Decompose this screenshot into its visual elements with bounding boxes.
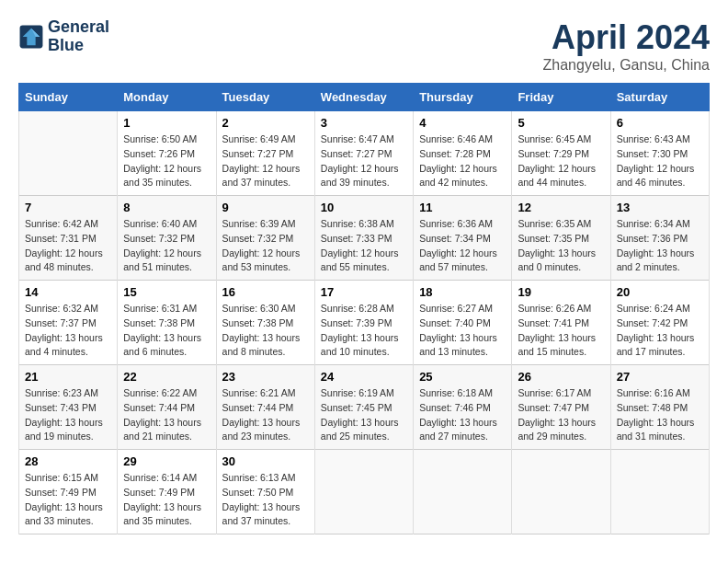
day-number: 9	[222, 201, 309, 214]
day-info: Sunrise: 6:16 AMSunset: 7:48 PMDaylight:…	[617, 386, 703, 444]
day-number: 8	[123, 201, 210, 214]
day-number: 4	[419, 116, 506, 130]
day-number: 6	[617, 116, 703, 130]
day-number: 5	[518, 116, 604, 130]
day-info: Sunrise: 6:31 AMSunset: 7:38 PMDaylight:…	[123, 302, 210, 360]
day-info: Sunrise: 6:26 AMSunset: 7:41 PMDaylight:…	[518, 302, 604, 360]
day-info: Sunrise: 6:50 AMSunset: 7:26 PMDaylight:…	[123, 132, 210, 190]
day-info: Sunrise: 6:46 AMSunset: 7:28 PMDaylight:…	[419, 132, 506, 190]
logo-text: General Blue	[48, 18, 109, 55]
calendar-cell: 11Sunrise: 6:36 AMSunset: 7:34 PMDayligh…	[414, 196, 512, 281]
calendar-cell: 12Sunrise: 6:35 AMSunset: 7:35 PMDayligh…	[512, 196, 610, 281]
calendar-cell: 10Sunrise: 6:38 AMSunset: 7:33 PMDayligh…	[314, 196, 413, 281]
day-number: 26	[518, 370, 604, 384]
day-info: Sunrise: 6:18 AMSunset: 7:46 PMDaylight:…	[419, 386, 506, 444]
calendar-cell: 25Sunrise: 6:18 AMSunset: 7:46 PMDayligh…	[414, 365, 512, 450]
day-info: Sunrise: 6:21 AMSunset: 7:44 PMDaylight:…	[222, 386, 309, 444]
day-number: 3	[321, 116, 407, 130]
calendar-cell: 21Sunrise: 6:23 AMSunset: 7:43 PMDayligh…	[19, 365, 118, 450]
day-info: Sunrise: 6:13 AMSunset: 7:50 PMDaylight:…	[222, 471, 309, 529]
day-info: Sunrise: 6:32 AMSunset: 7:37 PMDaylight:…	[25, 302, 111, 360]
day-number: 27	[617, 370, 703, 384]
calendar-cell: 4Sunrise: 6:46 AMSunset: 7:28 PMDaylight…	[414, 111, 512, 196]
day-number: 12	[518, 201, 604, 214]
calendar-cell: 16Sunrise: 6:30 AMSunset: 7:38 PMDayligh…	[216, 281, 314, 365]
calendar-cell: 27Sunrise: 6:16 AMSunset: 7:48 PMDayligh…	[610, 365, 709, 450]
day-info: Sunrise: 6:30 AMSunset: 7:38 PMDaylight:…	[222, 302, 309, 360]
day-number: 22	[123, 370, 210, 384]
day-info: Sunrise: 6:38 AMSunset: 7:33 PMDaylight:…	[321, 217, 407, 275]
day-number: 14	[25, 285, 111, 299]
calendar-cell: 29Sunrise: 6:14 AMSunset: 7:49 PMDayligh…	[118, 450, 216, 534]
day-info: Sunrise: 6:40 AMSunset: 7:32 PMDaylight:…	[123, 217, 210, 275]
weekday-header: Thursday	[414, 84, 512, 111]
day-number: 23	[222, 370, 309, 384]
calendar-cell: 19Sunrise: 6:26 AMSunset: 7:41 PMDayligh…	[512, 281, 610, 365]
calendar-week-row: 1Sunrise: 6:50 AMSunset: 7:26 PMDaylight…	[19, 111, 710, 196]
calendar-cell: 23Sunrise: 6:21 AMSunset: 7:44 PMDayligh…	[216, 365, 314, 450]
weekday-header: Monday	[118, 84, 216, 111]
day-info: Sunrise: 6:17 AMSunset: 7:47 PMDaylight:…	[518, 386, 604, 444]
day-number: 20	[617, 285, 703, 299]
calendar-header-row: SundayMondayTuesdayWednesdayThursdayFrid…	[19, 84, 710, 111]
weekday-header: Saturday	[610, 84, 709, 111]
day-info: Sunrise: 6:19 AMSunset: 7:45 PMDaylight:…	[321, 386, 407, 444]
day-number: 16	[222, 285, 309, 299]
day-info: Sunrise: 6:36 AMSunset: 7:34 PMDaylight:…	[419, 217, 506, 275]
main-title: April 2024	[543, 18, 710, 57]
logo: General Blue	[18, 18, 109, 55]
calendar-cell: 28Sunrise: 6:15 AMSunset: 7:49 PMDayligh…	[19, 450, 118, 534]
calendar-cell: 5Sunrise: 6:45 AMSunset: 7:29 PMDaylight…	[512, 111, 610, 196]
calendar-cell: 6Sunrise: 6:43 AMSunset: 7:30 PMDaylight…	[610, 111, 709, 196]
calendar-cell: 8Sunrise: 6:40 AMSunset: 7:32 PMDaylight…	[118, 196, 216, 281]
day-number: 10	[321, 201, 407, 214]
day-info: Sunrise: 6:28 AMSunset: 7:39 PMDaylight:…	[321, 302, 407, 360]
day-info: Sunrise: 6:34 AMSunset: 7:36 PMDaylight:…	[617, 217, 703, 275]
day-info: Sunrise: 6:43 AMSunset: 7:30 PMDaylight:…	[617, 132, 703, 190]
day-number: 25	[419, 370, 506, 384]
calendar-cell: 22Sunrise: 6:22 AMSunset: 7:44 PMDayligh…	[118, 365, 216, 450]
calendar-cell: 20Sunrise: 6:24 AMSunset: 7:42 PMDayligh…	[610, 281, 709, 365]
weekday-header: Wednesday	[314, 84, 413, 111]
weekday-header: Friday	[512, 84, 610, 111]
day-info: Sunrise: 6:15 AMSunset: 7:49 PMDaylight:…	[25, 471, 111, 529]
day-info: Sunrise: 6:42 AMSunset: 7:31 PMDaylight:…	[25, 217, 111, 275]
calendar-cell: 17Sunrise: 6:28 AMSunset: 7:39 PMDayligh…	[314, 281, 413, 365]
sub-title: Zhangyelu, Gansu, China	[543, 57, 710, 74]
calendar-week-row: 28Sunrise: 6:15 AMSunset: 7:49 PMDayligh…	[19, 450, 710, 534]
calendar-cell: 9Sunrise: 6:39 AMSunset: 7:32 PMDaylight…	[216, 196, 314, 281]
day-info: Sunrise: 6:14 AMSunset: 7:49 PMDaylight:…	[123, 471, 210, 529]
day-info: Sunrise: 6:23 AMSunset: 7:43 PMDaylight:…	[25, 386, 111, 444]
day-number: 11	[419, 201, 506, 214]
day-info: Sunrise: 6:39 AMSunset: 7:32 PMDaylight:…	[222, 217, 309, 275]
title-block: April 2024 Zhangyelu, Gansu, China	[543, 18, 710, 74]
logo-icon	[18, 24, 44, 50]
calendar-cell	[314, 450, 413, 534]
calendar-week-row: 21Sunrise: 6:23 AMSunset: 7:43 PMDayligh…	[19, 365, 710, 450]
day-number: 2	[222, 116, 309, 130]
calendar-cell: 13Sunrise: 6:34 AMSunset: 7:36 PMDayligh…	[610, 196, 709, 281]
page-header: General Blue April 2024 Zhangyelu, Gansu…	[18, 18, 710, 74]
calendar-cell: 15Sunrise: 6:31 AMSunset: 7:38 PMDayligh…	[118, 281, 216, 365]
calendar-cell	[512, 450, 610, 534]
day-number: 28	[25, 454, 111, 468]
calendar-cell: 18Sunrise: 6:27 AMSunset: 7:40 PMDayligh…	[414, 281, 512, 365]
day-number: 30	[222, 454, 309, 468]
day-number: 7	[25, 201, 111, 214]
calendar-cell	[19, 111, 118, 196]
calendar-cell	[414, 450, 512, 534]
day-number: 15	[123, 285, 210, 299]
calendar-week-row: 7Sunrise: 6:42 AMSunset: 7:31 PMDaylight…	[19, 196, 710, 281]
calendar-cell: 7Sunrise: 6:42 AMSunset: 7:31 PMDaylight…	[19, 196, 118, 281]
weekday-header: Sunday	[19, 84, 118, 111]
day-number: 18	[419, 285, 506, 299]
calendar-cell: 2Sunrise: 6:49 AMSunset: 7:27 PMDaylight…	[216, 111, 314, 196]
day-info: Sunrise: 6:35 AMSunset: 7:35 PMDaylight:…	[518, 217, 604, 275]
calendar-cell: 3Sunrise: 6:47 AMSunset: 7:27 PMDaylight…	[314, 111, 413, 196]
weekday-header: Tuesday	[216, 84, 314, 111]
day-number: 21	[25, 370, 111, 384]
day-info: Sunrise: 6:49 AMSunset: 7:27 PMDaylight:…	[222, 132, 309, 190]
day-number: 17	[321, 285, 407, 299]
day-number: 13	[617, 201, 703, 214]
calendar-cell	[610, 450, 709, 534]
